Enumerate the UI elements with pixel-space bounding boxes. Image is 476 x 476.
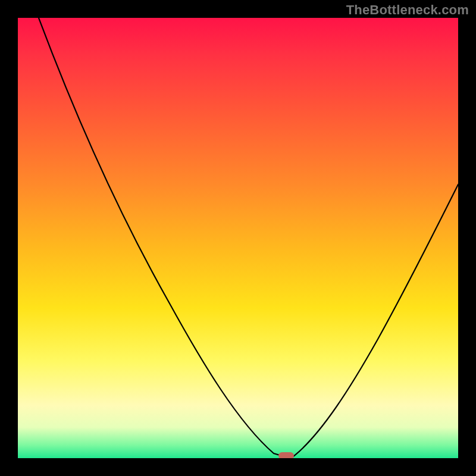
curve-right: [293, 184, 458, 457]
curve-left: [39, 18, 286, 457]
curve-svg: [18, 18, 458, 458]
plot-area: [18, 18, 458, 458]
watermark-text: TheBottleneck.com: [346, 2, 469, 18]
chart-frame: TheBottleneck.com: [0, 0, 476, 476]
minimum-marker: [278, 452, 294, 458]
